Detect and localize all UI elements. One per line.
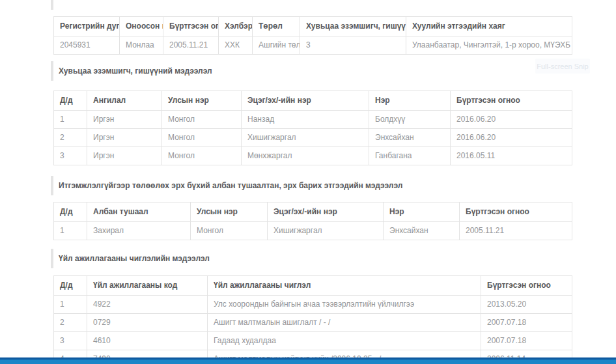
table-cell: Монгол bbox=[191, 222, 268, 240]
table-cell: 4922 bbox=[87, 296, 208, 314]
table-cell: 2016.06.20 bbox=[451, 129, 572, 147]
table-cell: Монгол bbox=[162, 147, 242, 165]
column-header: Хувьцаа эзэмшигч, гишүүний тоо bbox=[300, 17, 406, 36]
table-cell: Ашигт малтмалын ашиглалт / - / bbox=[208, 314, 481, 332]
table-row: 14922Улс хоорондын байнгын ачаа тээвэрлэ… bbox=[54, 296, 572, 314]
column-header: Д/д bbox=[54, 91, 87, 111]
section-header-shareholders: Хувьцаа эзэмшигч, гишүүний мэдээлэл bbox=[53, 61, 572, 81]
column-header: Албан тушаал bbox=[87, 203, 191, 222]
column-header: Бүртгэсэн огноо bbox=[451, 91, 572, 111]
table-cell: 0729 bbox=[87, 314, 208, 332]
column-header: Улсын нэр bbox=[191, 203, 268, 222]
activities-table: Д/дҮйл ажиллагааны кодҮйл ажиллагааны чи… bbox=[53, 275, 572, 364]
column-header: Д/д bbox=[54, 276, 87, 296]
table-cell: 2007.07.18 bbox=[481, 314, 572, 332]
column-header: Улсын нэр bbox=[162, 91, 242, 111]
column-header: Бүртгэсэн огноо bbox=[481, 276, 572, 296]
table-cell: Хишигжаргал bbox=[268, 222, 384, 240]
table-cell: 2 bbox=[54, 129, 87, 147]
column-header: Эцэг/эх/-ийн нэр bbox=[242, 91, 369, 111]
partial-section-marker bbox=[51, 0, 53, 10]
table-cell: 2013.05.20 bbox=[481, 296, 572, 314]
table-cell: Мөнхжаргал bbox=[242, 147, 369, 165]
table-cell: Улаанбаатар, Чингэлтэй, 1-р хороо, МҮЭХБ… bbox=[406, 36, 572, 55]
registry-content: Регистрийн дугаарОноосон нэрБүртгэсэн ог… bbox=[53, 0, 572, 364]
table-cell: 2016.05.11 bbox=[451, 147, 572, 165]
table-cell: 3 bbox=[54, 147, 87, 165]
column-header: Нэр bbox=[384, 203, 460, 222]
table-cell: 2005.11.21 bbox=[163, 36, 219, 55]
column-header: Хуулийн этгээдийн хаяг bbox=[406, 17, 572, 36]
table-cell: 2045931 bbox=[54, 36, 120, 55]
table-cell: Монгол bbox=[162, 129, 242, 147]
table-cell: Иргэн bbox=[87, 147, 162, 165]
bottom-edge-bar bbox=[0, 357, 616, 364]
section-marker bbox=[51, 249, 53, 268]
section-marker bbox=[51, 176, 53, 195]
column-header: Үйл ажиллагааны код bbox=[87, 276, 208, 296]
fullscreen-snip-button[interactable]: Full-screen Snip bbox=[535, 59, 590, 74]
table-cell: Ашгийн төлөө bbox=[253, 36, 300, 55]
table-cell: 2005.11.21 bbox=[460, 222, 572, 240]
section-header-officials: Итгэмжлэлгүйгээр төлөөлөх эрх бүхий алба… bbox=[53, 176, 572, 195]
column-header: Хэлбэр bbox=[219, 17, 253, 36]
table-row: 2ИргэнМонголХишигжаргалЭнхсайхан2016.06.… bbox=[54, 129, 572, 147]
table-cell: 1 bbox=[54, 111, 87, 129]
column-header: Үйл ажиллагааны чиглэл bbox=[208, 276, 481, 296]
table-cell: 4610 bbox=[87, 332, 208, 350]
table-cell: 1 bbox=[54, 296, 87, 314]
table-cell: Болдхүү bbox=[369, 111, 451, 129]
table-cell: Монлаа bbox=[120, 36, 163, 55]
table-cell: Гадаад худалдаа bbox=[208, 332, 481, 350]
table-row: 2045931Монлаа2005.11.21ХХКАшгийн төлөө3У… bbox=[54, 36, 572, 55]
table-row: 1ИргэнМонголНанзадБолдхүү2016.06.20 bbox=[54, 111, 572, 129]
table-cell: Энхсайхан bbox=[369, 129, 451, 147]
officials-table: Д/дАлбан тушаалУлсын нэрЭцэг/эх/-ийн нэр… bbox=[53, 202, 572, 240]
table-row: 1ЗахиралМонголХишигжаргалЭнхсайхан2005.1… bbox=[54, 222, 572, 240]
shareholders-table: Д/дАнгилалУлсын нэрЭцэг/эх/-ийн нэрНэрБү… bbox=[53, 91, 572, 165]
table-row: 3ИргэнМонголМөнхжаргалГанбагана2016.05.1… bbox=[54, 147, 572, 165]
header-row: Д/дҮйл ажиллагааны кодҮйл ажиллагааны чи… bbox=[54, 276, 572, 296]
column-header: Нэр bbox=[369, 91, 451, 111]
table-cell: Иргэн bbox=[87, 111, 162, 129]
table-cell: 2016.06.20 bbox=[451, 111, 572, 129]
column-header: Регистрийн дугаар bbox=[54, 17, 120, 36]
table-cell: Энхсайхан bbox=[384, 222, 460, 240]
column-header: Эцэг/эх/-ийн нэр bbox=[268, 203, 384, 222]
header-row: Д/дАлбан тушаалУлсын нэрЭцэг/эх/-ийн нэр… bbox=[54, 203, 572, 222]
table-cell: Хишигжаргал bbox=[242, 129, 369, 147]
section-header-activities: Үйл ажиллагааны чиглэлийн мэдээлэл bbox=[53, 249, 572, 268]
header-row: Регистрийн дугаарОноосон нэрБүртгэсэн ог… bbox=[54, 17, 572, 36]
section-marker bbox=[51, 61, 53, 81]
section-title: Итгэмжлэлгүйгээр төлөөлөх эрх бүхий алба… bbox=[59, 181, 402, 190]
table-cell: 1 bbox=[54, 222, 87, 240]
column-header: Бүртгэсэн огноо bbox=[163, 17, 219, 36]
table-cell: Улс хоорондын байнгын ачаа тээвэрлэлтийн… bbox=[208, 296, 481, 314]
table-cell: Захирал bbox=[87, 222, 191, 240]
table-row: 34610Гадаад худалдаа2007.07.18 bbox=[54, 332, 572, 350]
section-title: Үйл ажиллагааны чиглэлийн мэдээлэл bbox=[59, 254, 210, 263]
table-cell: Ганбагана bbox=[369, 147, 451, 165]
company-info-table: Регистрийн дугаарОноосон нэрБүртгэсэн ог… bbox=[53, 16, 572, 55]
table-cell: Иргэн bbox=[87, 129, 162, 147]
column-header: Бүртгэсэн огноо bbox=[460, 203, 572, 222]
column-header: Д/д bbox=[54, 203, 87, 222]
table-cell: Нанзад bbox=[242, 111, 369, 129]
table-cell: Монгол bbox=[162, 111, 242, 129]
table-cell: 2 bbox=[54, 314, 87, 332]
column-header: Оноосон нэр bbox=[120, 17, 163, 36]
section-title: Хувьцаа эзэмшигч, гишүүний мэдээлэл bbox=[59, 66, 212, 76]
header-row: Д/дАнгилалУлсын нэрЭцэг/эх/-ийн нэрНэрБү… bbox=[54, 91, 572, 111]
table-cell: 3 bbox=[300, 36, 406, 55]
table-row: 20729Ашигт малтмалын ашиглалт / - /2007.… bbox=[54, 314, 572, 332]
column-header: Төрөл bbox=[253, 17, 300, 36]
table-cell: ХХК bbox=[219, 36, 253, 55]
column-header: Ангилал bbox=[87, 91, 162, 111]
table-cell: 2007.07.18 bbox=[481, 332, 572, 350]
table-cell: 3 bbox=[54, 332, 87, 350]
